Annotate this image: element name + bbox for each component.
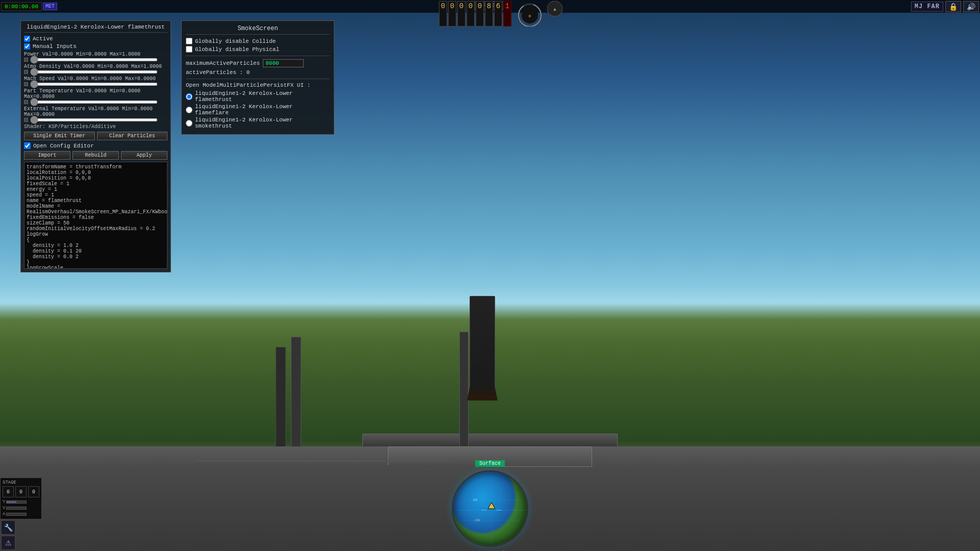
a-control: A bbox=[3, 512, 39, 517]
code-editor[interactable]: transformName = thrustTransform localRot… bbox=[24, 162, 167, 269]
import-button[interactable]: Import bbox=[24, 151, 70, 160]
clear-particles-button[interactable]: Clear Particles bbox=[97, 132, 168, 140]
far-label: FAR bbox=[927, 3, 940, 10]
disable-collide-label: Globally disable Collide bbox=[195, 38, 276, 44]
stage-slot-3: 0 bbox=[28, 486, 39, 497]
stage-slot-2: 0 bbox=[15, 486, 27, 497]
smoke-panel-title: SmokeScreen bbox=[186, 25, 330, 35]
single-emit-timer-button[interactable]: Single Emit Timer bbox=[24, 132, 95, 140]
open-config-checkbox[interactable] bbox=[24, 142, 31, 149]
svg-text:0: 0 bbox=[529, 14, 531, 18]
disable-physical-checkbox[interactable] bbox=[186, 46, 192, 53]
active-label: Active bbox=[33, 36, 53, 42]
atmo-tick bbox=[24, 70, 28, 74]
ext-temp-section: External Temperature Val=0.0000 Min=0.00… bbox=[24, 106, 167, 122]
digit-5: 8 bbox=[485, 1, 493, 27]
disable-physical-row: Globally disable Physical bbox=[186, 46, 330, 53]
max-particles-input[interactable] bbox=[263, 59, 304, 67]
emit-buttons-row: Single Emit Timer Clear Particles bbox=[24, 132, 167, 140]
smoke-divider-1 bbox=[186, 56, 330, 56]
smoke-divider-2 bbox=[186, 79, 330, 79]
digit-0: 0 bbox=[439, 1, 447, 27]
ext-temp-tick bbox=[24, 118, 28, 122]
speedometer-gauge: 0 bbox=[514, 1, 545, 27]
fx3-row: liquidEngine1-2 Kerolox-Lower smokethrus… bbox=[186, 117, 330, 129]
power-section: Power Val=0.0000 Min=0.0000 Max=1.0000 bbox=[24, 52, 167, 62]
part-temp-tick bbox=[24, 100, 28, 104]
power-slider[interactable] bbox=[30, 58, 158, 61]
manual-inputs-row: Manual Inputs bbox=[24, 43, 167, 49]
main-panel-title: liquidEngine1-2 Kerolox-Lower flamethrus… bbox=[24, 24, 167, 33]
mj-badge[interactable]: MJ FAR bbox=[911, 2, 943, 12]
y-control: Y bbox=[3, 499, 39, 505]
shader-label: Shader: KSP/Particles/Additive bbox=[24, 124, 167, 130]
digit-2: 0 bbox=[457, 1, 465, 27]
active-particles-row: activeParticles : 0 bbox=[186, 69, 330, 76]
svg-text:-30: -30 bbox=[473, 518, 480, 522]
svg-text:30: 30 bbox=[473, 497, 478, 502]
bottom-left-hud: STAGE 0 0 0 Y V A 🔧 ⚠ bbox=[0, 478, 42, 551]
warning-button[interactable]: ⚠ bbox=[1, 536, 15, 550]
surface-badge: Surface bbox=[475, 460, 505, 467]
manual-inputs-label: Manual Inputs bbox=[33, 43, 77, 49]
fx3-label: liquidEngine1-2 Kerolox-Lower smokethrus… bbox=[195, 117, 330, 129]
navball-container: Surface 0.0m/s 30 -30 H bbox=[452, 470, 528, 548]
fx2-radio[interactable] bbox=[186, 107, 192, 113]
sound-button[interactable]: 🔊 bbox=[963, 1, 979, 12]
digit-1: 0 bbox=[448, 1, 456, 27]
power-tick bbox=[24, 58, 28, 62]
disable-collide-row: Globally disable Collide bbox=[186, 38, 330, 44]
timer-display: 0:00:00.00 bbox=[1, 2, 42, 11]
navball-grid-svg: 30 -30 bbox=[453, 472, 528, 547]
mj-label: MJ bbox=[915, 3, 923, 10]
toolbar-icons: 🔧 ⚠ bbox=[0, 519, 42, 551]
digit-4: 0 bbox=[476, 1, 484, 27]
active-checkbox-row: Active bbox=[24, 36, 167, 42]
speed-display: 0 0 0 0 0 8 6 1 0 ▲ bbox=[439, 1, 562, 27]
fx1-row: liquidEngine1-2 Kerolox-Lower flamethrus… bbox=[186, 90, 330, 103]
fx2-row: liquidEngine1-2 Kerolox-Lower flameflare bbox=[186, 104, 330, 116]
atmo-slider[interactable] bbox=[30, 70, 158, 73]
met-badge: MET bbox=[43, 3, 57, 10]
manual-inputs-checkbox[interactable] bbox=[24, 43, 30, 49]
open-model-label: Open ModelMultiParticlePersistFX UI : bbox=[186, 82, 330, 88]
atmo-section: Atmo Density Val=0.0000 Min=0.0000 Max=1… bbox=[24, 64, 167, 74]
svg-marker-10 bbox=[488, 503, 495, 509]
mach-tick bbox=[24, 82, 28, 86]
fx2-label: liquidEngine1-2 Kerolox-Lower flameflare bbox=[195, 104, 330, 116]
disable-physical-label: Globally disable Physical bbox=[195, 46, 279, 53]
part-temp-section: Part Temperature Val=0.0000 Min=0.0000 M… bbox=[24, 88, 167, 104]
fx3-radio[interactable] bbox=[186, 120, 192, 127]
top-gauge-icon: ▲ bbox=[547, 1, 562, 16]
active-particles-label: activeParticles : 0 bbox=[186, 69, 250, 76]
open-config-row: Open Config Editor bbox=[24, 142, 167, 149]
part-temp-slider[interactable] bbox=[30, 101, 158, 104]
disable-collide-checkbox[interactable] bbox=[186, 38, 192, 44]
mach-slider[interactable] bbox=[30, 83, 158, 86]
wrench-button[interactable]: 🔧 bbox=[1, 520, 15, 535]
lock-button[interactable]: 🔒 bbox=[945, 1, 961, 12]
active-checkbox[interactable] bbox=[24, 36, 30, 42]
digit-3: 0 bbox=[467, 1, 475, 27]
digit-6: 6 bbox=[494, 1, 502, 27]
rebuild-button[interactable]: Rebuild bbox=[72, 151, 119, 160]
top-right-hud: MJ FAR 🔒 🔊 bbox=[910, 0, 980, 13]
mach-section: Mach Speed Val=0.0000 Min=0.0000 Max=0.0… bbox=[24, 76, 167, 86]
stage-display: STAGE 0 0 0 Y V A bbox=[0, 478, 42, 519]
fx1-label: liquidEngine1-2 Kerolox-Lower flamethrus… bbox=[195, 90, 330, 103]
stage-slot-1: 0 bbox=[3, 486, 14, 497]
config-buttons-row: Import Rebuild Apply bbox=[24, 151, 167, 160]
open-config-label: Open Config Editor bbox=[33, 143, 94, 149]
stage-label: STAGE bbox=[3, 480, 39, 485]
svg-text:▲: ▲ bbox=[553, 7, 556, 12]
apply-button[interactable]: Apply bbox=[121, 151, 167, 160]
main-panel: liquidEngine1-2 Kerolox-Lower flamethrus… bbox=[20, 20, 171, 272]
v-control: V bbox=[3, 506, 39, 511]
ext-temp-slider[interactable] bbox=[30, 118, 158, 121]
navball: 30 -30 bbox=[452, 470, 528, 547]
max-particles-row: maximumActiveParticles bbox=[186, 59, 330, 67]
digit-red: 1 bbox=[503, 1, 511, 27]
max-particles-label: maximumActiveParticles bbox=[186, 60, 260, 66]
fx1-radio[interactable] bbox=[186, 93, 192, 100]
smoke-screen-panel: SmokeScreen Globally disable Collide Glo… bbox=[181, 20, 334, 135]
